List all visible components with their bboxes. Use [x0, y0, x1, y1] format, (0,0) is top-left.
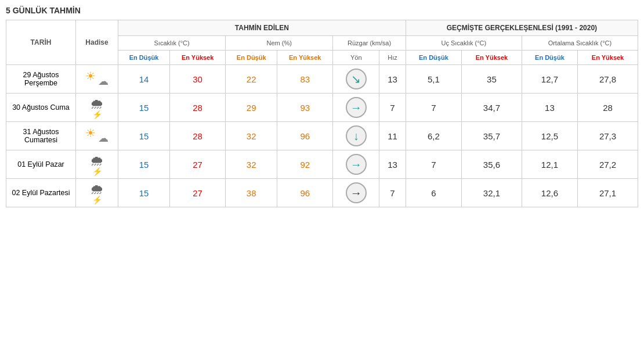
sun-cloud-icon: ☀ ☁	[85, 126, 108, 145]
sic-max-val: 28	[170, 94, 226, 122]
nem-max-val: 96	[277, 179, 333, 207]
sun-part: ☀	[85, 126, 96, 140]
yon-val: →	[333, 179, 379, 207]
nem-min-val: 38	[226, 179, 277, 207]
hiz-val: 13	[379, 65, 406, 94]
cloud-part: ☁	[98, 75, 108, 88]
ort-max-val: 27,1	[578, 179, 638, 207]
wind-circle: →	[346, 182, 367, 203]
row-hadise: 🌧 ⚡	[76, 94, 118, 122]
row-hadise: ☀ ☁	[76, 65, 118, 94]
ort-max-label: En Yüksek	[578, 51, 638, 65]
sun-part: ☀	[85, 69, 96, 83]
row-date: 31 Ağustos Cumartesi	[6, 122, 76, 150]
uc-min-val: 6,2	[406, 122, 461, 150]
header-ruzgar: Rüzgar (km/sa)	[333, 36, 406, 51]
header-tahmin-edilen: TAHMİN EDİLEN	[118, 20, 406, 36]
uc-max-val: 34,7	[462, 94, 522, 122]
row-date: 29 Ağustos Perşembe	[6, 65, 76, 94]
uc-min-val: 5,1	[406, 65, 461, 94]
table-row: 02 Eylül Pazartesi 🌧 ⚡ 15273896→7632,112…	[6, 179, 638, 207]
wind-circle: →	[346, 154, 367, 175]
nem-min-val: 32	[226, 122, 277, 150]
nem-min-val: 32	[226, 150, 277, 179]
sic-min-val: 15	[118, 179, 170, 207]
sic-max-val: 27	[170, 179, 226, 207]
uc-min-val: 7	[406, 94, 461, 122]
table-row: 31 Ağustos Cumartesi ☀ ☁ 15283296↓116,23…	[6, 122, 638, 150]
uc-min-val: 7	[406, 150, 461, 179]
ort-min-val: 12,1	[522, 150, 577, 179]
rain-lightning-icon: 🌧 ⚡	[86, 154, 107, 175]
nem-max-val: 92	[277, 150, 333, 179]
ort-min-val: 12,7	[522, 65, 577, 94]
table-row: 01 Eylül Pazar 🌧 ⚡ 15273292→13735,612,12…	[6, 150, 638, 179]
cloud-icon: 🌧	[86, 154, 107, 168]
header-hadise: Hadise	[76, 20, 118, 65]
uc-max-val: 35	[462, 65, 522, 94]
uc-max-val: 32,1	[462, 179, 522, 207]
ort-min-val: 13	[522, 94, 577, 122]
ort-max-val: 28	[578, 94, 638, 122]
yon-val: →	[333, 94, 379, 122]
nem-max-label: En Yüksek	[277, 51, 333, 65]
nem-max-val: 93	[277, 94, 333, 122]
header-uc-sicaklik: Uç Sıcaklık (°C)	[406, 36, 522, 51]
sic-max-val: 27	[170, 150, 226, 179]
uc-max-label: En Yüksek	[462, 51, 522, 65]
ort-max-val: 27,3	[578, 122, 638, 150]
nem-min-val: 29	[226, 94, 277, 122]
nem-max-val: 83	[277, 65, 333, 94]
sic-max-label: En Yüksek	[170, 51, 226, 65]
table-row: 30 Ağustos Cuma 🌧 ⚡ 15282993→7734,71328	[6, 94, 638, 122]
table-row: 29 Ağustos Perşembe ☀ ☁ 14302283↘135,135…	[6, 65, 638, 94]
nem-min-label: En Düşük	[226, 51, 277, 65]
uc-min-val: 6	[406, 179, 461, 207]
yon-label: Yön	[333, 51, 379, 65]
yon-val: ↘	[333, 65, 379, 94]
header-nem: Nem (%)	[226, 36, 333, 51]
cloud-icon: 🌧	[86, 182, 107, 196]
cloud-icon: 🌧	[86, 97, 107, 111]
page-title: 5 GÜNLÜK TAHMİN	[6, 6, 638, 15]
lightning-icon: ⚡	[92, 110, 102, 119]
row-hadise: 🌧 ⚡	[76, 179, 118, 207]
ort-max-val: 27,8	[578, 65, 638, 94]
lightning-icon: ⚡	[92, 167, 102, 176]
sic-max-val: 28	[170, 122, 226, 150]
sic-min-val: 15	[118, 122, 170, 150]
ort-min-label: En Düşük	[522, 51, 577, 65]
sic-max-val: 30	[170, 65, 226, 94]
wind-circle: ↓	[346, 125, 367, 146]
sic-min-val: 15	[118, 150, 170, 179]
forecast-table: TARİH Hadise TAHMİN EDİLEN GEÇMİŞTE GERÇ…	[6, 20, 638, 207]
sic-min-val: 15	[118, 94, 170, 122]
nem-max-val: 96	[277, 122, 333, 150]
sic-min-val: 14	[118, 65, 170, 94]
header-gecmiste: GEÇMİŞTE GERÇEKLEŞENLESİ (1991 - 2020)	[406, 20, 638, 36]
hiz-label: Hız	[379, 51, 406, 65]
row-date: 30 Ağustos Cuma	[6, 94, 76, 122]
uc-max-val: 35,7	[462, 122, 522, 150]
nem-min-val: 22	[226, 65, 277, 94]
yon-val: ↓	[333, 122, 379, 150]
yon-val: →	[333, 150, 379, 179]
sic-min-label: En Düşük	[118, 51, 170, 65]
ort-max-val: 27,2	[578, 150, 638, 179]
header-ort-sicaklik: Ortalama Sıcaklık (°C)	[522, 36, 638, 51]
row-date: 01 Eylül Pazar	[6, 150, 76, 179]
sun-cloud-icon: ☀ ☁	[85, 69, 108, 88]
header-tarih: TARİH	[6, 20, 76, 65]
hiz-val: 11	[379, 122, 406, 150]
wind-circle: →	[346, 97, 367, 118]
header-sicaklik: Sıcaklık (°C)	[118, 36, 226, 51]
rain-lightning-icon: 🌧 ⚡	[86, 182, 107, 203]
cloud-part: ☁	[98, 132, 108, 145]
lightning-icon: ⚡	[92, 195, 102, 204]
row-hadise: 🌧 ⚡	[76, 150, 118, 179]
hiz-val: 7	[379, 179, 406, 207]
hiz-val: 7	[379, 94, 406, 122]
uc-max-val: 35,6	[462, 150, 522, 179]
row-date: 02 Eylül Pazartesi	[6, 179, 76, 207]
rain-lightning-icon: 🌧 ⚡	[86, 97, 107, 118]
